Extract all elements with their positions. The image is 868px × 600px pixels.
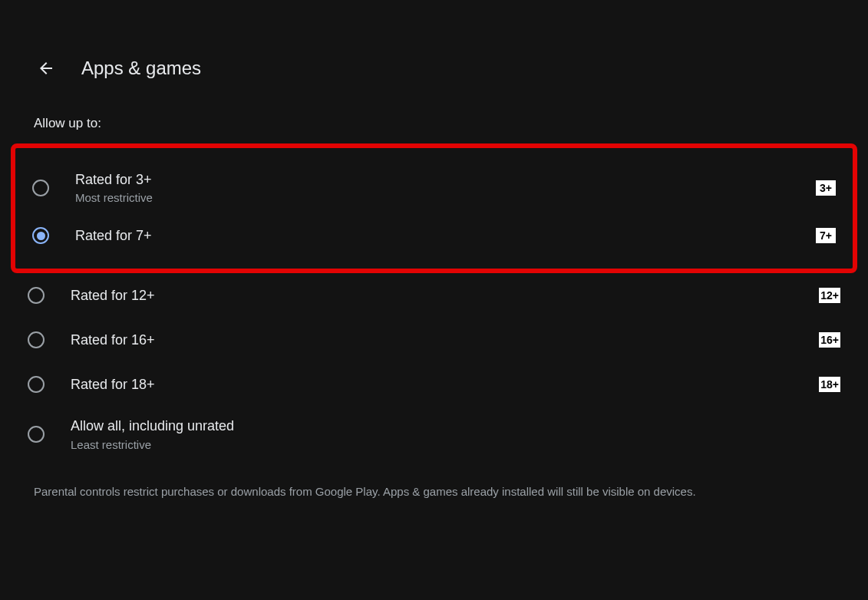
- option-label: Rated for 12+: [71, 287, 819, 305]
- option-text: Rated for 18+: [71, 376, 819, 394]
- rating-option-row[interactable]: Rated for 3+Most restrictive3+: [15, 162, 853, 213]
- section-subtitle: Allow up to:: [0, 79, 868, 131]
- radio-button[interactable]: [28, 287, 45, 304]
- option-label: Rated for 18+: [71, 376, 819, 394]
- rating-options-list: Rated for 3+Most restrictive3+Rated for …: [0, 143, 868, 462]
- option-text: Allow all, including unratedLeast restri…: [71, 417, 840, 450]
- option-text: Rated for 3+Most restrictive: [75, 171, 816, 204]
- rating-badge: 16+: [819, 332, 840, 348]
- rating-option-row[interactable]: Rated for 18+18+: [0, 362, 868, 407]
- option-label: Rated for 16+: [71, 331, 819, 349]
- footer-note: Parental controls restrict purchases or …: [0, 462, 868, 501]
- page-title: Apps & games: [81, 58, 201, 79]
- radio-button[interactable]: [32, 227, 49, 244]
- option-text: Rated for 16+: [71, 331, 819, 349]
- rating-option-row[interactable]: Allow all, including unratedLeast restri…: [0, 407, 868, 461]
- rating-badge: 18+: [819, 377, 840, 392]
- radio-button[interactable]: [28, 426, 45, 443]
- radio-button[interactable]: [32, 180, 49, 196]
- back-arrow-icon[interactable]: [37, 59, 55, 77]
- option-label: Rated for 3+: [75, 171, 816, 189]
- option-subtext: Most restrictive: [75, 191, 816, 204]
- option-subtext: Least restrictive: [71, 438, 840, 451]
- option-label: Allow all, including unrated: [71, 417, 840, 435]
- rating-badge: 3+: [816, 180, 836, 196]
- rating-option-row[interactable]: Rated for 16+16+: [0, 318, 868, 362]
- radio-button[interactable]: [28, 331, 45, 348]
- rating-badge: 12+: [819, 288, 840, 303]
- highlight-annotation: Rated for 3+Most restrictive3+Rated for …: [11, 143, 857, 273]
- option-text: Rated for 12+: [71, 287, 819, 305]
- header: Apps & games: [0, 0, 868, 79]
- rating-badge: 7+: [816, 228, 836, 243]
- rating-option-row[interactable]: Rated for 12+12+: [0, 273, 868, 318]
- rating-option-row[interactable]: Rated for 7+7+: [15, 213, 853, 258]
- option-text: Rated for 7+: [75, 227, 816, 245]
- option-label: Rated for 7+: [75, 227, 816, 245]
- radio-button[interactable]: [28, 376, 45, 393]
